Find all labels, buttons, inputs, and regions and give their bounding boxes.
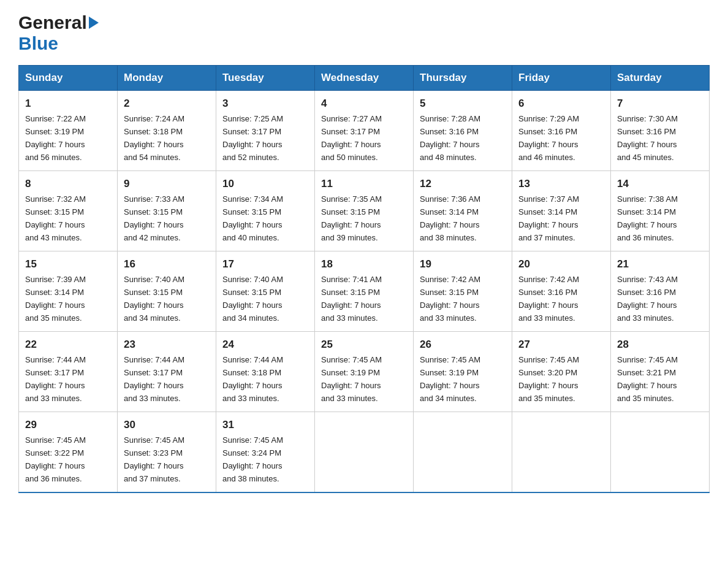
day-info: Sunrise: 7:28 AMSunset: 3:16 PMDaylight:… (420, 114, 480, 162)
logo: General Blue (18, 12, 99, 54)
day-number: 22 (25, 337, 111, 353)
day-number: 16 (124, 256, 210, 272)
day-info: Sunrise: 7:40 AMSunset: 3:15 PMDaylight:… (124, 275, 184, 323)
day-info: Sunrise: 7:45 AMSunset: 3:22 PMDaylight:… (25, 435, 86, 483)
col-header-wednesday: Wednesday (315, 66, 414, 91)
day-number: 14 (617, 176, 703, 192)
logo-blue-text: Blue (18, 33, 58, 54)
calendar-cell: 22Sunrise: 7:44 AMSunset: 3:17 PMDayligh… (19, 332, 118, 412)
calendar-cell: 9Sunrise: 7:33 AMSunset: 3:15 PMDaylight… (118, 171, 216, 251)
day-number: 18 (321, 256, 407, 272)
day-info: Sunrise: 7:44 AMSunset: 3:17 PMDaylight:… (124, 355, 184, 403)
calendar-week-row: 22Sunrise: 7:44 AMSunset: 3:17 PMDayligh… (19, 332, 710, 412)
day-number: 27 (518, 337, 604, 353)
day-number: 19 (420, 256, 506, 272)
day-info: Sunrise: 7:24 AMSunset: 3:18 PMDaylight:… (124, 114, 184, 162)
day-info: Sunrise: 7:45 AMSunset: 3:24 PMDaylight:… (222, 435, 283, 483)
day-info: Sunrise: 7:34 AMSunset: 3:15 PMDaylight:… (222, 194, 283, 242)
calendar-table: SundayMondayTuesdayWednesdayThursdayFrid… (18, 65, 710, 493)
logo-arrow-icon (89, 17, 99, 29)
day-number: 21 (617, 256, 703, 272)
day-number: 15 (25, 256, 111, 272)
day-number: 3 (222, 96, 308, 112)
calendar-cell (414, 412, 512, 493)
day-info: Sunrise: 7:42 AMSunset: 3:15 PMDaylight:… (420, 275, 480, 323)
day-info: Sunrise: 7:29 AMSunset: 3:16 PMDaylight:… (518, 114, 579, 162)
day-number: 28 (617, 337, 703, 353)
day-info: Sunrise: 7:38 AMSunset: 3:14 PMDaylight:… (617, 194, 678, 242)
day-info: Sunrise: 7:22 AMSunset: 3:19 PMDaylight:… (25, 114, 86, 162)
day-number: 20 (518, 256, 604, 272)
calendar-cell: 27Sunrise: 7:45 AMSunset: 3:20 PMDayligh… (512, 332, 611, 412)
calendar-cell: 17Sunrise: 7:40 AMSunset: 3:15 PMDayligh… (216, 251, 315, 332)
day-info: Sunrise: 7:37 AMSunset: 3:14 PMDaylight:… (518, 194, 579, 242)
calendar-cell: 21Sunrise: 7:43 AMSunset: 3:16 PMDayligh… (611, 251, 710, 332)
calendar-cell: 8Sunrise: 7:32 AMSunset: 3:15 PMDaylight… (19, 171, 118, 251)
calendar-cell: 12Sunrise: 7:36 AMSunset: 3:14 PMDayligh… (414, 171, 512, 251)
calendar-cell: 23Sunrise: 7:44 AMSunset: 3:17 PMDayligh… (118, 332, 216, 412)
day-number: 8 (25, 176, 111, 192)
col-header-thursday: Thursday (414, 66, 512, 91)
day-info: Sunrise: 7:39 AMSunset: 3:14 PMDaylight:… (25, 275, 86, 323)
day-number: 13 (518, 176, 604, 192)
calendar-week-row: 1Sunrise: 7:22 AMSunset: 3:19 PMDaylight… (19, 91, 710, 171)
calendar-cell: 11Sunrise: 7:35 AMSunset: 3:15 PMDayligh… (315, 171, 414, 251)
calendar-cell: 13Sunrise: 7:37 AMSunset: 3:14 PMDayligh… (512, 171, 611, 251)
day-number: 1 (25, 96, 111, 112)
calendar-cell: 7Sunrise: 7:30 AMSunset: 3:16 PMDaylight… (611, 91, 710, 171)
day-number: 5 (420, 96, 506, 112)
day-number: 10 (222, 176, 308, 192)
day-info: Sunrise: 7:42 AMSunset: 3:16 PMDaylight:… (518, 275, 579, 323)
calendar-cell (611, 412, 710, 493)
col-header-monday: Monday (118, 66, 216, 91)
calendar-cell: 4Sunrise: 7:27 AMSunset: 3:17 PMDaylight… (315, 91, 414, 171)
day-info: Sunrise: 7:33 AMSunset: 3:15 PMDaylight:… (124, 194, 184, 242)
col-header-saturday: Saturday (611, 66, 710, 91)
calendar-cell: 31Sunrise: 7:45 AMSunset: 3:24 PMDayligh… (216, 412, 315, 493)
calendar-header-row: SundayMondayTuesdayWednesdayThursdayFrid… (19, 66, 710, 91)
day-info: Sunrise: 7:43 AMSunset: 3:16 PMDaylight:… (617, 275, 678, 323)
calendar-cell: 2Sunrise: 7:24 AMSunset: 3:18 PMDaylight… (118, 91, 216, 171)
day-info: Sunrise: 7:36 AMSunset: 3:14 PMDaylight:… (420, 194, 480, 242)
calendar-cell: 20Sunrise: 7:42 AMSunset: 3:16 PMDayligh… (512, 251, 611, 332)
calendar-cell: 29Sunrise: 7:45 AMSunset: 3:22 PMDayligh… (19, 412, 118, 493)
logo-general-text: General (18, 12, 87, 33)
day-info: Sunrise: 7:32 AMSunset: 3:15 PMDaylight:… (25, 194, 86, 242)
day-number: 25 (321, 337, 407, 353)
calendar-cell: 26Sunrise: 7:45 AMSunset: 3:19 PMDayligh… (414, 332, 512, 412)
col-header-friday: Friday (512, 66, 611, 91)
calendar-cell: 19Sunrise: 7:42 AMSunset: 3:15 PMDayligh… (414, 251, 512, 332)
page-header: General Blue (18, 12, 710, 54)
calendar-cell: 24Sunrise: 7:44 AMSunset: 3:18 PMDayligh… (216, 332, 315, 412)
day-number: 29 (25, 417, 111, 433)
day-info: Sunrise: 7:45 AMSunset: 3:20 PMDaylight:… (518, 355, 579, 403)
day-number: 24 (222, 337, 308, 353)
day-number: 31 (222, 417, 308, 433)
day-info: Sunrise: 7:41 AMSunset: 3:15 PMDaylight:… (321, 275, 382, 323)
day-number: 9 (124, 176, 210, 192)
day-number: 30 (124, 417, 210, 433)
day-number: 7 (617, 96, 703, 112)
day-info: Sunrise: 7:30 AMSunset: 3:16 PMDaylight:… (617, 114, 678, 162)
calendar-cell: 10Sunrise: 7:34 AMSunset: 3:15 PMDayligh… (216, 171, 315, 251)
day-number: 26 (420, 337, 506, 353)
day-number: 2 (124, 96, 210, 112)
day-info: Sunrise: 7:44 AMSunset: 3:18 PMDaylight:… (222, 355, 283, 403)
day-number: 11 (321, 176, 407, 192)
calendar-cell: 15Sunrise: 7:39 AMSunset: 3:14 PMDayligh… (19, 251, 118, 332)
calendar-cell (315, 412, 414, 493)
calendar-cell: 1Sunrise: 7:22 AMSunset: 3:19 PMDaylight… (19, 91, 118, 171)
calendar-cell: 5Sunrise: 7:28 AMSunset: 3:16 PMDaylight… (414, 91, 512, 171)
day-number: 4 (321, 96, 407, 112)
calendar-cell: 6Sunrise: 7:29 AMSunset: 3:16 PMDaylight… (512, 91, 611, 171)
calendar-cell (512, 412, 611, 493)
calendar-week-row: 15Sunrise: 7:39 AMSunset: 3:14 PMDayligh… (19, 251, 710, 332)
calendar-week-row: 8Sunrise: 7:32 AMSunset: 3:15 PMDaylight… (19, 171, 710, 251)
day-number: 6 (518, 96, 604, 112)
day-number: 23 (124, 337, 210, 353)
col-header-tuesday: Tuesday (216, 66, 315, 91)
day-info: Sunrise: 7:45 AMSunset: 3:19 PMDaylight:… (321, 355, 382, 403)
day-info: Sunrise: 7:27 AMSunset: 3:17 PMDaylight:… (321, 114, 382, 162)
day-info: Sunrise: 7:25 AMSunset: 3:17 PMDaylight:… (222, 114, 283, 162)
day-info: Sunrise: 7:35 AMSunset: 3:15 PMDaylight:… (321, 194, 382, 242)
